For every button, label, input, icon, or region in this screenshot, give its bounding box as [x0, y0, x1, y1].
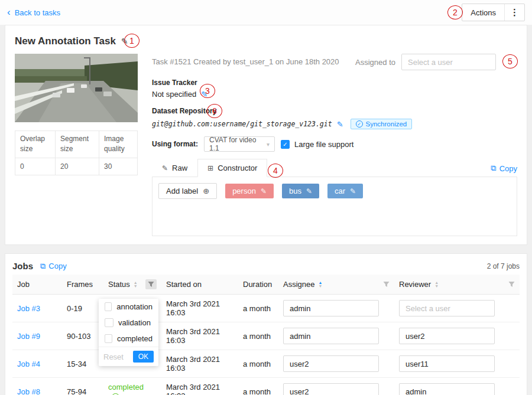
job-status: completed ? [103, 378, 161, 395]
job-started: March 3rd 2021 16:03 [161, 378, 238, 395]
actions-button[interactable]: Actions ⋮ [462, 4, 525, 21]
label-chip-car[interactable]: car ✎ [327, 184, 363, 198]
edit-label-icon[interactable]: ✎ [261, 187, 267, 195]
label-name: bus [289, 187, 301, 195]
copy-labels-button[interactable]: ⧉ Copy [491, 164, 517, 177]
task-title-row: New Annotation Task ✎ [15, 32, 517, 50]
param-header: Overlap size [15, 131, 56, 158]
col-duration: Duration [243, 280, 272, 289]
job-duration: a month [238, 322, 278, 350]
large-file-label: Large file support [294, 140, 353, 149]
tab-raw-label: Raw [172, 164, 187, 172]
label-name: person [232, 187, 256, 195]
reviewer-filter-icon[interactable] [508, 281, 515, 288]
jobs-title: Jobs [12, 261, 33, 271]
job-frames: 90-103 [62, 322, 103, 350]
annotation-marker-2: 2 [447, 5, 463, 19]
jobs-count: 2 of 7 jobs [487, 262, 520, 270]
repository-url[interactable]: git@github.com:username/git_storage_v123… [152, 120, 332, 128]
format-select-value: CVAT for video 1.1 [209, 136, 267, 152]
kebab-menu-icon[interactable]: ⋮ [505, 7, 524, 18]
status-filter-icon[interactable] [145, 279, 157, 289]
filter-option-label: validation [118, 318, 151, 327]
filter-option-annotation[interactable]: ✓ annotation [99, 299, 158, 315]
reviewer-sort-icon[interactable]: ▲▼ [434, 281, 439, 288]
sync-status-badge: ✓ Synchronized [351, 119, 413, 129]
assignee-sort-icon[interactable]: ▲▼ [318, 281, 322, 288]
task-right-column: Task #1521 Created by test_user_1 on Jun… [152, 54, 517, 236]
assigned-to-label: Assigned to [355, 58, 395, 67]
job-assignee-input[interactable] [283, 328, 379, 344]
copy-icon: ⧉ [40, 262, 46, 271]
filter-option-completed[interactable]: ✓ completed [99, 331, 158, 347]
col-job: Job [17, 280, 30, 289]
job-assignee-input[interactable] [283, 355, 379, 372]
job-assignee-input[interactable] [283, 300, 379, 316]
task-preview-image [15, 54, 138, 122]
filter-checkbox[interactable]: ✓ [105, 334, 112, 343]
filter-reset-button[interactable]: Reset [103, 352, 124, 361]
job-link[interactable]: Job #8 [17, 387, 40, 395]
assigned-to-group: Assigned to [355, 54, 496, 70]
tab-constructor[interactable]: ⊞ Constructor [197, 159, 267, 177]
plus-circle-icon: ⊕ [203, 187, 209, 195]
job-reviewer-input[interactable] [399, 328, 495, 344]
filter-option-label: annotation [116, 302, 153, 311]
traffic-scene-graphic [15, 54, 138, 122]
assignee-filter-icon[interactable] [383, 281, 390, 288]
job-duration: a month [238, 378, 278, 395]
status-info-icon: ? [112, 393, 119, 395]
job-reviewer-input[interactable] [399, 300, 495, 316]
col-status: Status [108, 280, 130, 289]
job-started: March 3rd 2021 16:03 [161, 322, 238, 350]
job-reviewer-input[interactable] [399, 383, 495, 395]
task-left-column: Overlap size Segment size Image quality … [15, 54, 138, 236]
filter-option-validation[interactable]: ✓ validation [99, 315, 158, 331]
label-chip-bus[interactable]: bus ✎ [282, 184, 319, 198]
chevron-down-icon: ▾ [267, 141, 270, 148]
annotation-marker-1: 1 [124, 34, 140, 48]
edit-label-icon[interactable]: ✎ [306, 187, 312, 195]
add-label-button[interactable]: Add label ⊕ [158, 183, 217, 199]
add-label-text: Add label [166, 187, 198, 195]
cvat-task-page: { "page": { "back": "Back to tasks", "ac… [0, 0, 532, 395]
edit-label-icon[interactable]: ✎ [350, 187, 356, 195]
job-row: Job #9 90-103 March 3rd 2021 16:03 a mon… [12, 322, 520, 350]
job-duration: a month [238, 295, 278, 322]
filter-checkbox[interactable]: ✓ [105, 302, 112, 311]
job-row: Job #8 75-94 completed ? March 3rd 2021 … [12, 378, 520, 395]
filter-checkbox[interactable]: ✓ [105, 318, 113, 327]
check-circle-icon: ✓ [356, 120, 363, 128]
col-frames: Frames [67, 280, 93, 289]
job-status-completed: completed [108, 383, 144, 391]
param-value: 30 [99, 158, 137, 175]
job-started: March 3rd 2021 16:03 [161, 295, 238, 322]
edit-repository-icon[interactable]: ✎ [337, 120, 343, 129]
tab-raw[interactable]: ✎ Raw [152, 159, 197, 177]
using-format-label: Using format: [152, 140, 198, 148]
job-link[interactable]: Job #4 [17, 360, 40, 368]
format-select[interactable]: CVAT for video 1.1 ▾ [204, 136, 275, 152]
large-file-checkbox[interactable]: ✓ [281, 140, 290, 149]
job-link[interactable]: Job #3 [17, 304, 40, 313]
job-assignee-input[interactable] [283, 383, 379, 395]
tab-constructor-label: Constructor [218, 164, 257, 172]
copy-jobs-button[interactable]: ⧉ Copy [40, 262, 67, 271]
task-details-card: New Annotation Task ✎ [5, 25, 527, 245]
job-duration: a month [238, 350, 278, 378]
annotation-marker-3: 3 [200, 84, 215, 98]
col-reviewer: Reviewer [399, 280, 431, 289]
status-filter-dropdown: ✓ annotation ✓ validation ✓ completed Re… [99, 299, 158, 366]
back-to-tasks-link[interactable]: ‹ Back to tasks [7, 8, 60, 17]
filter-ok-button[interactable]: OK [133, 351, 154, 363]
jobs-table-header-row: Job Frames Status ▲▼ Started on Duration [12, 275, 520, 295]
status-sort-icon[interactable]: ▲▼ [134, 281, 138, 288]
issue-tracker-value: Not specified [152, 90, 196, 99]
annotation-marker-5: 5 [502, 54, 518, 68]
label-chip-person[interactable]: person ✎ [225, 184, 274, 198]
annotation-marker-4: 4 [268, 164, 283, 178]
job-link[interactable]: Job #9 [17, 332, 40, 341]
labels-tabs-bar: ✎ Raw ⊞ Constructor ⧉ Copy [152, 159, 517, 177]
job-reviewer-input[interactable] [399, 355, 495, 372]
task-assignee-input[interactable] [401, 54, 496, 70]
